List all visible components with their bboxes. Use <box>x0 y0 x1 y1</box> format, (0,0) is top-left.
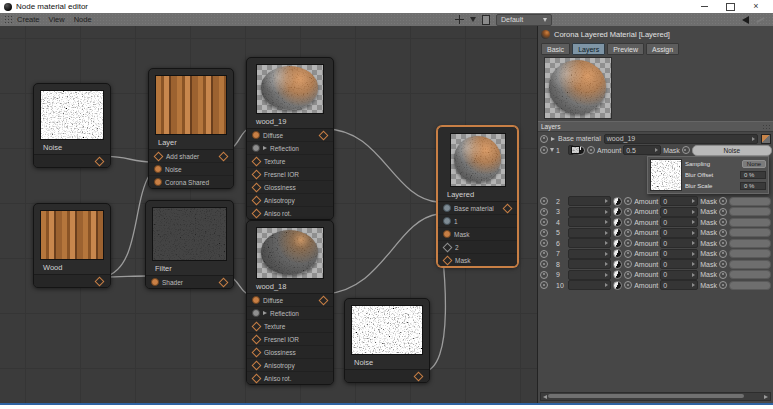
mask-slot[interactable] <box>729 281 771 290</box>
texture-icon[interactable] <box>613 239 622 248</box>
field-stepper-icon[interactable] <box>692 199 695 203</box>
node-layer[interactable]: LayerAdd shaderNoiseCorona Shared <box>148 68 234 189</box>
port-diamond-icon[interactable] <box>252 321 262 331</box>
close-button[interactable]: × <box>743 1 769 12</box>
texture-icon[interactable] <box>613 197 622 206</box>
port-circle-icon[interactable] <box>443 217 451 225</box>
mask-slot[interactable]: Noise <box>692 145 772 156</box>
channel-toggle-icon[interactable] <box>719 281 727 289</box>
port-output-diamond-icon[interactable] <box>503 203 513 213</box>
port-output-diamond-icon[interactable] <box>95 277 105 287</box>
layer-shader-field[interactable] <box>568 270 611 280</box>
texture-icon[interactable] <box>613 207 622 216</box>
minimize-button[interactable] <box>691 1 717 12</box>
layer-shader-field[interactable] <box>568 145 574 155</box>
expander-icon[interactable] <box>550 148 554 152</box>
texture-icon[interactable] <box>613 281 622 290</box>
grip-icon[interactable] <box>4 15 12 24</box>
down-arrow-icon[interactable] <box>470 17 476 22</box>
channel-toggle-icon[interactable] <box>540 281 548 289</box>
channel-toggle-icon[interactable] <box>624 208 632 216</box>
channel-toggle-icon[interactable] <box>719 260 727 268</box>
channel-toggle-icon[interactable] <box>624 197 632 205</box>
port-aniso-rot-[interactable]: Aniso rot. <box>247 371 333 384</box>
field-stepper-icon[interactable] <box>692 231 695 235</box>
channel-toggle-icon[interactable] <box>540 260 548 268</box>
port-2[interactable]: 2 <box>438 240 517 253</box>
channel-toggle-icon[interactable] <box>540 229 548 237</box>
port-diamond-icon[interactable] <box>252 208 262 218</box>
mask-slot[interactable] <box>729 207 771 216</box>
port-glossiness[interactable]: Glossiness <box>247 345 333 358</box>
channel-toggle-icon[interactable] <box>624 250 632 258</box>
port-output-diamond-icon[interactable] <box>414 372 424 382</box>
port-fresnel-ior[interactable]: Fresnel IOR <box>247 167 333 180</box>
port-noise[interactable]: Noise <box>149 162 233 175</box>
layer-shader-field[interactable] <box>568 280 611 290</box>
port-diffuse[interactable]: Diffuse <box>247 294 333 306</box>
scroll-right-icon[interactable] <box>764 395 768 399</box>
field-stepper-icon[interactable] <box>692 273 695 277</box>
port-corona-shared[interactable]: Corona Shared <box>149 175 233 188</box>
mask-slot[interactable] <box>729 239 771 248</box>
channel-toggle-icon[interactable] <box>540 135 548 143</box>
channel-toggle-icon[interactable] <box>624 239 632 247</box>
back-arrow-icon[interactable] <box>742 16 749 24</box>
port-diamond-icon[interactable] <box>252 169 262 179</box>
layers-grip-icon[interactable] <box>762 124 770 130</box>
field-stepper-icon[interactable] <box>692 283 695 287</box>
port-diamond-icon[interactable] <box>252 373 262 383</box>
port-anisotropy[interactable]: Anisotropy <box>247 358 333 371</box>
mask-slot[interactable] <box>729 218 771 227</box>
port-reflection[interactable]: Reflection <box>247 306 333 319</box>
port-circle-icon[interactable] <box>252 144 260 152</box>
channel-toggle-icon[interactable] <box>624 281 632 289</box>
menu-item-node[interactable]: Node <box>74 15 92 24</box>
port-mask[interactable]: Mask <box>438 253 517 266</box>
layer-shader-field[interactable] <box>568 207 611 217</box>
field-stepper-icon[interactable] <box>605 199 608 203</box>
field-stepper-icon[interactable] <box>692 241 695 245</box>
amount-field[interactable]: 0 <box>660 238 698 248</box>
channel-toggle-icon[interactable] <box>624 271 632 279</box>
port-circle-icon[interactable] <box>443 230 451 238</box>
port-mask[interactable]: Mask <box>438 227 517 240</box>
tab-basic[interactable]: Basic <box>541 43 570 55</box>
channel-toggle-icon[interactable] <box>540 271 548 279</box>
mask-slot[interactable] <box>729 228 771 237</box>
amount-field[interactable]: 0.5 <box>623 145 661 155</box>
menu-item-create[interactable]: Create <box>17 15 40 24</box>
amount-field[interactable]: 0 <box>660 228 698 238</box>
menu-item-view[interactable]: View <box>49 15 65 24</box>
field-stepper-icon[interactable] <box>692 210 695 214</box>
port-base-material[interactable]: Base material <box>438 202 517 214</box>
layer-shader-field[interactable] <box>568 259 611 269</box>
field-stepper-icon[interactable] <box>692 252 695 256</box>
port-circle-icon[interactable] <box>252 131 260 139</box>
shader-link-icon[interactable] <box>761 134 771 144</box>
move-icon[interactable] <box>455 15 464 24</box>
port-reflection[interactable]: Reflection <box>247 141 333 154</box>
channel-toggle-icon[interactable] <box>587 146 595 154</box>
field-stepper-icon[interactable] <box>692 262 695 266</box>
channel-toggle-icon[interactable] <box>540 197 548 205</box>
amount-field[interactable]: 0 <box>660 207 698 217</box>
port-shader[interactable]: Shader <box>146 276 233 288</box>
port-circle-icon[interactable] <box>154 165 162 173</box>
texture-icon[interactable] <box>613 260 622 269</box>
field-stepper-icon[interactable] <box>605 262 608 266</box>
layer-shader-field[interactable] <box>568 249 611 259</box>
new-page-icon[interactable] <box>482 15 490 25</box>
tab-preview[interactable]: Preview <box>607 43 644 55</box>
port-texture[interactable]: Texture <box>247 154 333 167</box>
port-output-diamond-icon[interactable] <box>219 277 229 287</box>
port-diamond-icon[interactable] <box>443 242 453 252</box>
node-wood_18[interactable]: wood_18DiffuseReflectionTextureFresnel I… <box>246 220 334 385</box>
field-stepper-icon[interactable] <box>605 241 608 245</box>
node-graph-canvas[interactable]: NoiseLayerAdd shaderNoiseCorona Sharedwo… <box>0 26 538 403</box>
channel-toggle-icon[interactable] <box>540 146 548 154</box>
port-diamond-icon[interactable] <box>154 151 164 161</box>
amount-field[interactable]: 0 <box>660 259 698 269</box>
channel-toggle-icon[interactable] <box>540 239 548 247</box>
port-glossiness[interactable]: Glossiness <box>247 180 333 193</box>
